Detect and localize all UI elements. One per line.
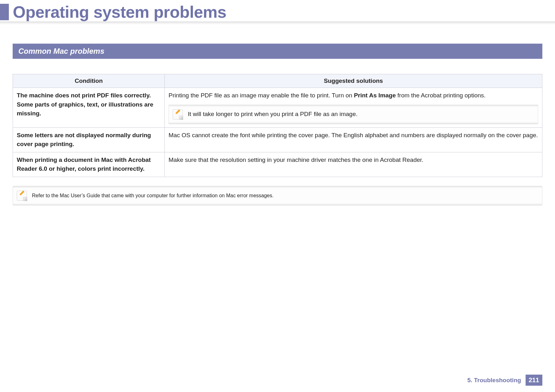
table-row: Some letters are not displayed normally … (13, 127, 542, 152)
inline-note-callout: It will take longer to print when you pr… (169, 105, 538, 124)
solution-text-bold: Print As Image (354, 92, 396, 99)
title-divider-shadow (0, 21, 555, 26)
table-row: The machine does not print PDF files cor… (13, 88, 542, 128)
footer-page-number: 211 (526, 375, 542, 386)
pencil-note-icon (17, 191, 27, 201)
pencil-note-icon (173, 109, 183, 119)
callout-body: It will take longer to print when you pr… (169, 107, 538, 122)
footer-chapter-label: 5. Troubleshooting (467, 377, 521, 384)
callout-bottom-gradient (13, 203, 542, 205)
title-accent-tab (0, 4, 9, 20)
table-row: When printing a document in Mac with Acr… (13, 152, 542, 177)
condition-cell: When printing a document in Mac with Acr… (13, 152, 165, 177)
solution-text-pre: Printing the PDF file as an image may en… (169, 92, 354, 99)
callout-text: Refer to the Mac User’s Guide that came … (32, 193, 274, 199)
problems-table: Condition Suggested solutions The machin… (13, 74, 542, 177)
condition-cell: Some letters are not displayed normally … (13, 127, 165, 152)
page-header: Operating system problems (0, 0, 555, 31)
col-header-solutions: Suggested solutions (165, 74, 542, 88)
section-header: Common Mac problems (13, 44, 542, 59)
solution-cell: Make sure that the resolution setting in… (165, 152, 542, 177)
page-footer: 5. Troubleshooting 211 (467, 375, 542, 386)
solution-cell: Mac OS cannot create the font while prin… (165, 127, 542, 152)
solution-text-post: from the Acrobat printing options. (396, 92, 486, 99)
callout-body: Refer to the Mac User’s Guide that came … (13, 188, 542, 203)
col-header-condition: Condition (13, 74, 165, 88)
main-content: Common Mac problems Condition Suggested … (0, 31, 555, 205)
callout-text: It will take longer to print when you pr… (188, 110, 357, 119)
callout-bottom-gradient (169, 122, 538, 124)
solution-cell: Printing the PDF file as an image may en… (165, 88, 542, 128)
page-title: Operating system problems (13, 3, 226, 21)
bottom-note-callout: Refer to the Mac User’s Guide that came … (13, 186, 542, 205)
condition-cell: The machine does not print PDF files cor… (13, 88, 165, 128)
